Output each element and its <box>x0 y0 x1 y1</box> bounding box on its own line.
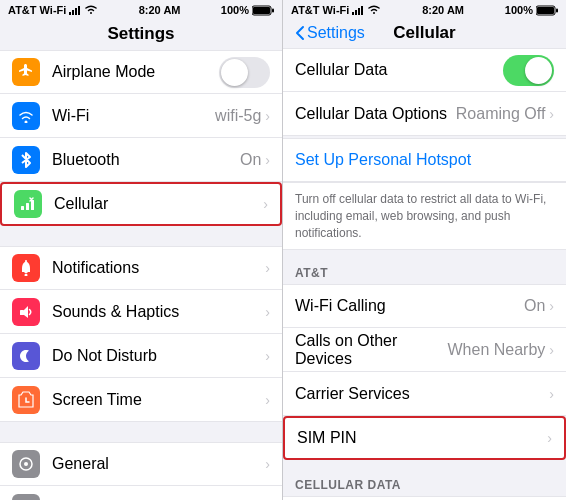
svg-rect-1 <box>72 10 74 15</box>
cellular-data-options-item[interactable]: Cellular Data Options Roaming Off › <box>283 92 566 136</box>
settings-item-bluetooth[interactable]: Bluetooth On › <box>0 138 282 182</box>
carrier-services-item[interactable]: Carrier Services › <box>283 372 566 416</box>
battery-icon-left <box>252 5 274 16</box>
cellular-data-item[interactable]: Cellular Data <box>283 48 566 92</box>
att-section-header: AT&T <box>283 260 566 284</box>
right-panel-title: Cellular <box>393 23 455 43</box>
svg-rect-14 <box>20 310 24 315</box>
cellular-data-section: Current Period 722 MB Current Period Roa… <box>283 496 566 500</box>
screentime-label: Screen Time <box>52 391 265 409</box>
battery-left: 100% <box>221 4 249 16</box>
signal-icon-right <box>352 6 364 15</box>
current-period-item: Current Period 722 MB <box>283 496 566 500</box>
settings-item-cellular[interactable]: Cellular › <box>0 182 282 226</box>
settings-item-controlcenter[interactable]: Control Center › <box>0 486 282 500</box>
back-button[interactable]: Settings <box>295 24 365 42</box>
cellular-label: Cellular <box>54 195 263 213</box>
cellular-data-label: Cellular Data <box>295 61 503 79</box>
cellular-data-section-header: CELLULAR DATA <box>283 472 566 496</box>
att-gap <box>283 250 566 260</box>
settings-item-screentime[interactable]: Screen Time › <box>0 378 282 422</box>
carrier-left: AT&T Wi-Fi <box>8 4 66 16</box>
controlcenter-icon <box>12 494 40 501</box>
svg-rect-3 <box>78 6 80 15</box>
wifi-icon <box>12 102 40 130</box>
wifi-svg <box>18 109 34 123</box>
section-gap-2 <box>0 424 282 442</box>
screentime-chevron: › <box>265 392 270 408</box>
svg-rect-36 <box>537 7 554 14</box>
setup-hotspot-item[interactable]: Set Up Personal Hotspot <box>283 138 566 182</box>
svg-rect-5 <box>253 7 270 14</box>
general-label: General <box>52 455 265 473</box>
settings-item-notifications[interactable]: Notifications › <box>0 246 282 290</box>
wifi-calling-chevron: › <box>549 298 554 314</box>
carrier-services-chevron: › <box>549 386 554 402</box>
svg-rect-37 <box>556 8 558 12</box>
airplane-icon <box>12 58 40 86</box>
sounds-label: Sounds & Haptics <box>52 303 265 321</box>
section-notifications: Notifications › Sounds & Haptics › <box>0 246 282 422</box>
general-icon <box>12 450 40 478</box>
settings-item-general[interactable]: General › <box>0 442 282 486</box>
back-chevron-icon <box>295 25 305 41</box>
time-right: 8:20 AM <box>422 4 464 16</box>
svg-rect-13 <box>25 260 27 262</box>
toggle-green-knob <box>525 57 552 84</box>
cellular-svg <box>20 196 36 212</box>
section-gap-1 <box>0 228 282 246</box>
cellular-icon <box>14 190 42 218</box>
settings-item-sounds[interactable]: Sounds & Haptics › <box>0 290 282 334</box>
wifi-value: wifi-5g <box>215 107 261 125</box>
cellular-data-toggle[interactable] <box>503 55 554 86</box>
left-panel: AT&T Wi-Fi 8:20 AM 100% Settings <box>0 0 283 500</box>
sim-pin-chevron: › <box>547 430 552 446</box>
donotdisturb-icon <box>12 342 40 370</box>
wifi-calling-item[interactable]: Wi-Fi Calling On › <box>283 284 566 328</box>
airplane-svg <box>18 64 34 80</box>
cellular-data-gap <box>283 462 566 472</box>
airplane-label: Airplane Mode <box>52 63 219 81</box>
right-status-bar: AT&T Wi-Fi 8:20 AM 100% <box>283 0 566 20</box>
sim-pin-item[interactable]: SIM PIN › <box>283 416 566 460</box>
wifi-chevron: › <box>265 108 270 124</box>
wifi-status-icon <box>84 5 98 15</box>
settings-list: Airplane Mode Wi-Fi wifi-5g › <box>0 50 282 500</box>
cellular-top-section: Cellular Data Cellular Data Options Roam… <box>283 48 566 136</box>
cellular-data-options-value: Roaming Off <box>456 105 546 123</box>
cellular-data-options-chevron: › <box>549 106 554 122</box>
notifications-icon <box>12 254 40 282</box>
donotdisturb-label: Do Not Disturb <box>52 347 265 365</box>
notifications-label: Notifications <box>52 259 265 277</box>
notifications-chevron: › <box>265 260 270 276</box>
battery-right: 100% <box>505 4 533 16</box>
time-left: 8:20 AM <box>139 4 181 16</box>
wifi-calling-value: On <box>524 297 545 315</box>
airplane-toggle[interactable] <box>219 57 270 88</box>
carrier-right: AT&T Wi-Fi <box>291 4 349 16</box>
cellular-info-box: Turn off cellular data to restrict all d… <box>283 182 566 250</box>
svg-rect-0 <box>69 12 71 15</box>
calls-other-value: When Nearby <box>448 341 546 359</box>
calls-other-item[interactable]: Calls on Other Devices When Nearby › <box>283 328 566 372</box>
wifi-status-icon-right <box>367 5 381 15</box>
settings-item-donotdisturb[interactable]: Do Not Disturb › <box>0 334 282 378</box>
right-header: Settings Cellular <box>283 20 566 48</box>
settings-item-airplane[interactable]: Airplane Mode <box>0 50 282 94</box>
svg-point-12 <box>25 274 28 277</box>
svg-rect-31 <box>352 12 354 15</box>
svg-rect-9 <box>26 203 29 210</box>
section-connectivity: Airplane Mode Wi-Fi wifi-5g › <box>0 50 282 226</box>
cellular-chevron: › <box>263 196 268 212</box>
sounds-icon <box>12 298 40 326</box>
sounds-svg <box>18 304 34 320</box>
sim-pin-label: SIM PIN <box>297 429 547 447</box>
settings-item-wifi[interactable]: Wi-Fi wifi-5g › <box>0 94 282 138</box>
right-status-right: 100% <box>505 4 558 16</box>
back-label: Settings <box>307 24 365 42</box>
battery-icon-right <box>536 5 558 16</box>
svg-point-7 <box>25 120 28 123</box>
svg-rect-34 <box>361 6 363 15</box>
bluetooth-label: Bluetooth <box>52 151 240 169</box>
screentime-svg <box>18 391 34 409</box>
